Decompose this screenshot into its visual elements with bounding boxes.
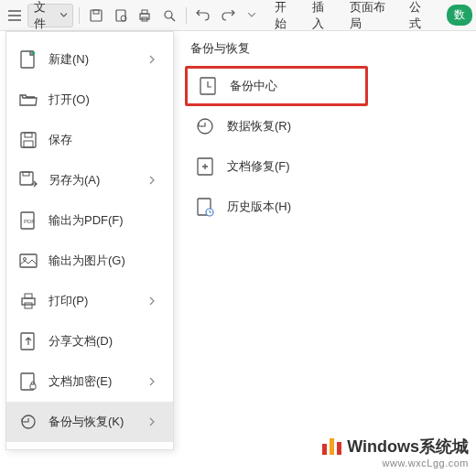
dropdown-button[interactable] <box>241 4 263 27</box>
menu-label: 打印(P) <box>49 293 138 309</box>
submenu-item-doc-repair[interactable]: 文档修复(F) <box>185 146 368 187</box>
separator <box>186 7 187 24</box>
svg-rect-24 <box>25 303 32 308</box>
save-icon <box>19 131 38 149</box>
backup-icon <box>19 413 38 431</box>
pdf-icon: PDF <box>19 211 38 230</box>
submenu-label: 备份中心 <box>230 78 277 94</box>
svg-line-11 <box>171 17 175 21</box>
print-preview-button[interactable] <box>110 4 132 27</box>
svg-point-21 <box>24 258 27 261</box>
chevron-right-icon <box>149 176 160 185</box>
lock-icon <box>19 372 38 391</box>
svg-rect-3 <box>91 10 102 21</box>
image-icon <box>19 252 38 270</box>
svg-point-10 <box>165 11 172 18</box>
backup-restore-submenu: 备份与恢复 备份中心 数据恢复(R) 文档修复(F) 历史版本(H) <box>185 40 368 227</box>
backup-center-icon <box>199 77 217 95</box>
menu-item-encrypt[interactable]: 文档加密(E) <box>6 361 173 402</box>
menu-label: 保存 <box>49 132 160 148</box>
menu-label: 输出为PDF(F) <box>49 212 160 229</box>
find-button[interactable] <box>158 4 180 27</box>
share-icon <box>19 332 38 350</box>
menu-item-save-as[interactable]: 另存为(A) <box>6 160 173 200</box>
svg-rect-8 <box>142 10 147 14</box>
submenu-item-data-recovery[interactable]: 数据恢复(R) <box>185 106 368 146</box>
folder-open-icon <box>19 91 38 109</box>
menu-label: 备份与恢复(K) <box>49 414 138 430</box>
history-icon <box>196 198 214 216</box>
submenu-item-history[interactable]: 历史版本(H) <box>185 187 368 227</box>
svg-rect-13 <box>21 133 36 147</box>
menu-item-save[interactable]: 保存 <box>6 120 173 160</box>
print-button[interactable] <box>134 4 156 27</box>
data-recovery-icon <box>196 117 214 135</box>
menu-label: 分享文档(D) <box>49 333 160 350</box>
undo-button[interactable] <box>192 4 214 27</box>
menu-item-share[interactable]: 分享文档(D) <box>6 321 173 361</box>
chevron-right-icon <box>149 377 160 386</box>
save-icon <box>89 8 103 23</box>
print-preview-icon <box>114 8 128 23</box>
new-file-icon <box>19 50 38 69</box>
file-dropdown-panel: 新建(N) 打开(O) 保存 另存为(A) PDF 输出为PDF(F) <box>5 31 174 450</box>
menu-label: 另存为(A) <box>49 172 138 189</box>
menu-item-backup-restore[interactable]: 备份与恢复(K) <box>6 402 173 442</box>
menu-item-print[interactable]: 打印(P) <box>6 281 173 321</box>
tab-start[interactable]: 开始 <box>275 0 296 32</box>
chevron-right-icon <box>149 296 160 306</box>
menu-item-new[interactable]: 新建(N) <box>6 39 173 80</box>
tab-data[interactable]: 数 <box>447 5 472 26</box>
doc-repair-icon <box>196 157 214 176</box>
hamburger-icon <box>7 9 22 22</box>
watermark-logo-icon <box>322 438 341 455</box>
watermark-title-text: Windows系统城 <box>347 436 469 458</box>
submenu-label: 历史版本(H) <box>227 199 291 215</box>
svg-rect-20 <box>20 254 37 267</box>
menu-item-export-image[interactable]: 输出为图片(G) <box>6 241 173 281</box>
svg-rect-27 <box>30 384 36 389</box>
menu-label: 输出为图片(G) <box>49 253 160 269</box>
separator <box>79 7 80 24</box>
svg-rect-14 <box>25 133 32 137</box>
tab-row: 开始 插入 页面布局 公式 数 <box>275 0 473 32</box>
svg-text:PDF: PDF <box>24 219 35 224</box>
svg-rect-4 <box>93 10 99 14</box>
tab-formula[interactable]: 公式 <box>409 0 430 32</box>
undo-icon <box>196 10 211 21</box>
save-as-icon <box>19 171 38 189</box>
hamburger-button[interactable] <box>4 4 26 27</box>
watermark: Windows系统城 www.wxcLgg.com <box>322 436 469 469</box>
svg-rect-12 <box>21 51 34 68</box>
svg-rect-15 <box>24 141 33 147</box>
watermark-url: www.wxcLgg.com <box>322 458 469 469</box>
menu-label: 打开(O) <box>49 92 160 108</box>
submenu-item-backup-center[interactable]: 备份中心 <box>185 66 368 106</box>
save-button[interactable] <box>85 4 107 27</box>
file-menu-button[interactable]: 文件 <box>27 4 73 27</box>
svg-rect-22 <box>22 298 35 305</box>
tab-page-layout[interactable]: 页面布局 <box>350 0 393 32</box>
submenu-label: 数据恢复(R) <box>227 118 291 135</box>
chevron-right-icon <box>149 55 160 64</box>
chevron-down-icon <box>248 13 255 17</box>
print-icon <box>19 292 38 310</box>
svg-rect-16 <box>20 172 33 185</box>
search-icon <box>162 8 177 23</box>
submenu-header: 备份与恢复 <box>185 40 368 57</box>
redo-icon <box>221 10 235 21</box>
submenu-label: 文档修复(F) <box>227 158 290 175</box>
file-menu-label: 文件 <box>34 0 56 32</box>
menu-item-export-pdf[interactable]: PDF 输出为PDF(F) <box>6 200 173 241</box>
watermark-title: Windows系统城 <box>322 436 469 458</box>
menu-item-open[interactable]: 打开(O) <box>6 80 173 120</box>
menu-label: 新建(N) <box>49 51 138 68</box>
svg-rect-25 <box>21 333 34 350</box>
redo-button[interactable] <box>217 4 239 27</box>
toolbar: 文件 <box>0 0 476 31</box>
tab-insert[interactable]: 插入 <box>312 0 333 32</box>
chevron-down-icon <box>60 13 67 17</box>
menu-label: 文档加密(E) <box>49 373 138 390</box>
print-icon <box>137 8 152 23</box>
chevron-right-icon <box>149 417 160 426</box>
